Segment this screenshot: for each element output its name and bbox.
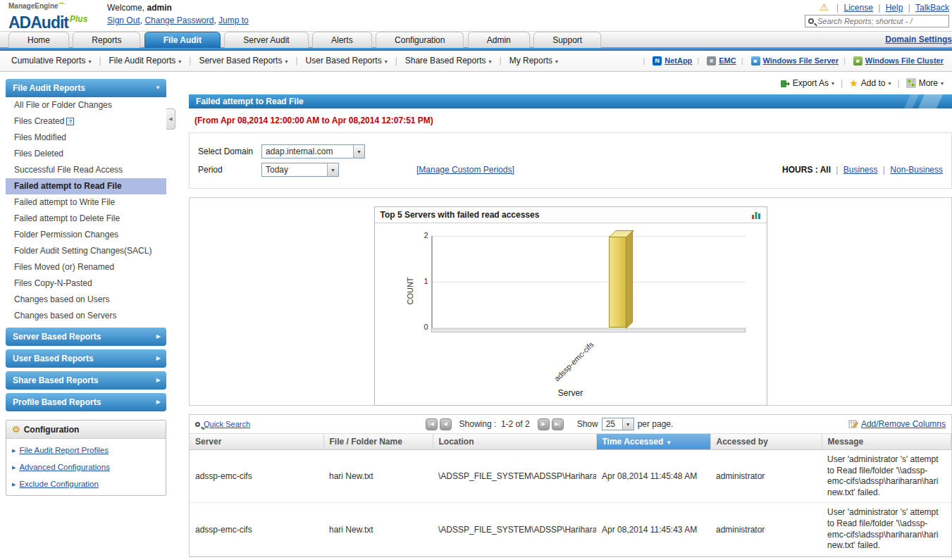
config-link-file-audit-report-profiles[interactable]: File Audit Report Profiles (19, 446, 109, 454)
netapp-link[interactable]: NetApp (664, 51, 692, 71)
manage-custom-periods-link[interactable]: [Manage Custom Periods] (416, 165, 514, 175)
menu-share-based-reports[interactable]: Share Based Reports▾ (405, 51, 492, 72)
help-icon[interactable]: ? (66, 118, 74, 125)
chevron-right-icon: ▶ (156, 371, 161, 390)
sidebar-item-failed-attempt-to-delete-file[interactable]: Failed attempt to Delete File (6, 211, 166, 227)
help-link[interactable]: Help (886, 3, 903, 13)
reports-subnav: Cumulative Reports▾ | File Audit Reports… (0, 51, 952, 72)
prev-page-button[interactable]: ◀ (440, 418, 452, 430)
sidebar-section-profile-based-reports[interactable]: Profile Based Reports▶ (6, 393, 166, 411)
chevron-down-icon[interactable]: ▼ (155, 79, 161, 97)
sidebar-section-server-based-reports[interactable]: Server Based Reports▶ (6, 328, 166, 346)
chart-baseline (431, 328, 746, 332)
show-label: Show (577, 419, 598, 429)
sidebar-item-changes-based-on-users[interactable]: Changes based on Users (6, 292, 166, 308)
leaf-icon: ⌒ (58, 2, 66, 10)
sidebar-header-file-audit-reports[interactable]: File Audit Reports ▼ (6, 79, 166, 97)
chevron-down-icon: ▾ (489, 58, 492, 65)
domain-select[interactable]: adap.internal.com ▼ (261, 144, 365, 158)
separator: | (395, 51, 397, 71)
sidebar-section-user-based-reports[interactable]: User Based Reports▶ (6, 349, 166, 368)
tab-admin[interactable]: Admin (468, 32, 530, 48)
sidebar-item-files-copy-n-pasted[interactable]: Files Copy-N-Pasted (6, 275, 166, 292)
first-page-button[interactable]: |◀ (426, 418, 438, 430)
separator: | (697, 51, 699, 71)
sidebar-item-files-modified[interactable]: Files Modified (6, 130, 166, 146)
license-link[interactable]: License (844, 3, 873, 13)
more-button[interactable]: More▾ (906, 78, 944, 88)
emc-link[interactable]: EMC (719, 51, 736, 71)
table-row[interactable]: adssp-emc-cifs hari New.txt \ADSSP_FILE_… (190, 503, 951, 556)
page-size-value: 25 (606, 419, 615, 429)
non-business-hours-link[interactable]: Non-Business (890, 165, 943, 175)
chevron-down-icon: ▾ (889, 80, 891, 87)
sidebar-item-all-file-or-folder-changes[interactable]: All File or Folder Changes (6, 97, 166, 113)
sidebar-item-files-moved-or-renamed[interactable]: Files Moved (or) Renamed (6, 259, 166, 275)
add-to-button[interactable]: ★ Add to▾ (849, 77, 891, 89)
warning-icon[interactable]: ⚠ (820, 1, 829, 13)
menu-file-audit-reports[interactable]: File Audit Reports▾ (109, 51, 182, 72)
quick-search-link[interactable]: Quick Search (204, 420, 250, 428)
tab-file-audit[interactable]: File Audit (144, 32, 221, 48)
column-header-server[interactable]: Server (190, 434, 323, 450)
add-remove-columns-link[interactable]: Add/Remove Columns (861, 419, 946, 429)
sign-out-link[interactable]: Sign Out (107, 15, 140, 25)
tab-home[interactable]: Home (8, 32, 69, 48)
report-toolbar: Export As▾ | ★ Add to▾ | More▾ (189, 72, 952, 94)
report-search-box[interactable] (805, 15, 949, 27)
tab-support[interactable]: Support (533, 32, 601, 48)
tab-server-audit[interactable]: Server Audit (224, 32, 308, 48)
page-size-select[interactable]: 25 ▼ (602, 418, 634, 430)
top-header: ManageEngine⌒ ADAuditPlus Welcome, admin… (0, 0, 952, 31)
next-page-button[interactable]: ▶ (538, 418, 550, 430)
quick-search[interactable]: Quick Search (195, 420, 250, 428)
chevron-down-icon: ▼ (327, 163, 338, 176)
sidebar-section-share-based-reports[interactable]: Share Based Reports▶ (6, 371, 166, 390)
domain-settings-link[interactable]: Domain Settings (885, 35, 952, 44)
menu-user-based-reports[interactable]: User Based Reports▾ (306, 51, 388, 72)
search-input[interactable] (817, 17, 946, 25)
sidebar-item-folder-audit-setting-changes-sacl[interactable]: Folder Audit Setting Changes(SACL) (6, 243, 166, 259)
change-password-link[interactable]: Change Password (144, 15, 214, 25)
export-as-button[interactable]: Export As▾ (780, 78, 834, 88)
add-remove-columns[interactable]: Add/Remove Columns (848, 419, 946, 429)
sidebar-item-failed-attempt-to-read-file[interactable]: Failed attempt to Read File (6, 178, 166, 194)
export-icon (780, 78, 790, 88)
column-header-message[interactable]: Message (822, 434, 951, 450)
menu-server-based-reports[interactable]: Server Based Reports▾ (199, 51, 288, 72)
last-page-button[interactable]: ▶| (552, 418, 564, 430)
sidebar-item-successful-file-read-access[interactable]: Successful File Read Access (6, 162, 166, 178)
business-hours-link[interactable]: Business (843, 165, 878, 175)
column-header-file-folder-name[interactable]: File / Folder Name (323, 434, 433, 450)
tab-reports[interactable]: Reports (73, 32, 140, 48)
sidebar-item-folder-permission-changes[interactable]: Folder Permission Changes (6, 227, 166, 243)
tab-configuration[interactable]: Configuration (376, 32, 464, 48)
sidebar-item-changes-based-on-servers[interactable]: Changes based on Servers (6, 308, 166, 324)
x-axis-label: Server (375, 388, 767, 398)
jump-to-link[interactable]: Jump to (218, 15, 249, 25)
column-header-time-accessed[interactable]: Time Accessed▼ (596, 434, 710, 450)
column-header-location[interactable]: Location (433, 434, 596, 450)
windows-file-cluster-link[interactable]: Windows File Cluster (865, 51, 944, 71)
table-row[interactable]: adssp-emc-cifs hari New.txt \ADSSP_FILE_… (190, 450, 951, 503)
config-link-advanced-configurations[interactable]: Advanced Configurations (19, 463, 110, 471)
menu-my-reports[interactable]: My Reports▾ (509, 51, 558, 72)
separator: | (841, 78, 843, 88)
chart-bar[interactable] (609, 236, 627, 328)
emc-icon: e (707, 56, 716, 66)
tab-alerts[interactable]: Alerts (312, 32, 372, 48)
chart-type-icon[interactable] (751, 210, 761, 220)
cell-time-accessed: Apr 08,2014 11:45:43 AM (596, 503, 710, 556)
windows-file-server-link[interactable]: Windows File Server (763, 51, 839, 71)
talkback-link[interactable]: TalkBack (915, 3, 949, 13)
config-link-exclude-configuration[interactable]: Exclude Configuration (19, 480, 99, 488)
sidebar-item-failed-attempt-to-write-file[interactable]: Failed attempt to Write File (6, 194, 166, 211)
sidebar-item-files-created[interactable]: Files Created? (6, 113, 166, 130)
period-select[interactable]: Today ▼ (261, 163, 339, 177)
sidebar-collapse-handle[interactable]: ◀ (166, 108, 175, 130)
sidebar-item-files-deleted[interactable]: Files Deleted (6, 146, 166, 162)
report-date-range: (From Apr 08,2014 12:00:00 AM to Apr 08,… (194, 116, 946, 125)
chevron-right-icon: ▶ (156, 349, 161, 368)
column-header-accessed-by[interactable]: Accessed by (710, 434, 822, 450)
menu-cumulative-reports[interactable]: Cumulative Reports▾ (11, 51, 91, 72)
